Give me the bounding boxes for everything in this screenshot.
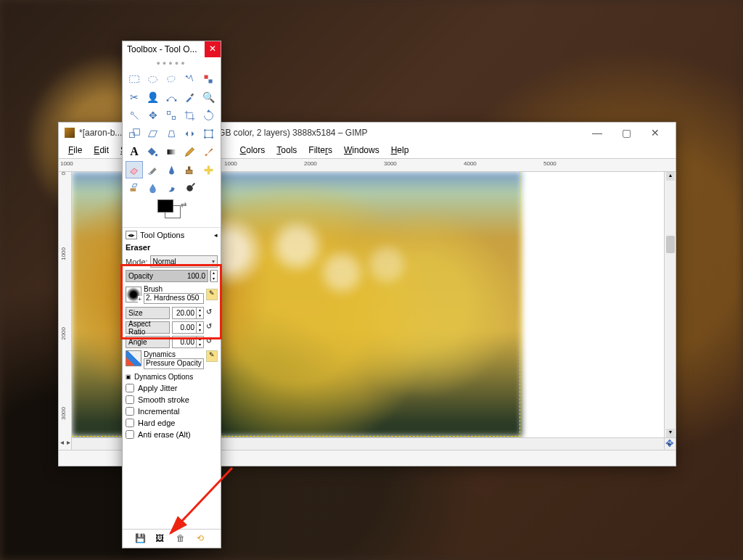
tool-zoom[interactable]: 🔍 — [200, 88, 217, 106]
tool-dodge[interactable] — [181, 179, 199, 197]
maximize-button[interactable]: ▢ — [612, 123, 641, 142]
tool-heal[interactable] — [200, 161, 217, 178]
tool-rotate[interactable] — [200, 107, 217, 124]
tool-perspective[interactable] — [163, 125, 180, 142]
menu-edit[interactable]: Edit — [89, 144, 114, 157]
menu-windows[interactable]: Windows — [339, 144, 385, 157]
tool-scale[interactable] — [126, 125, 143, 142]
delete-preset-icon[interactable]: 🗑 — [176, 533, 188, 545]
incremental-checkbox[interactable]: Incremental — [126, 405, 218, 417]
menu-help[interactable]: Help — [386, 144, 414, 157]
tool-blur[interactable] — [144, 179, 162, 197]
tool-paintbrush[interactable] — [200, 143, 217, 160]
dynamics-thumbnail[interactable] — [126, 350, 141, 366]
brush-thumbnail[interactable]: + — [126, 287, 141, 302]
reset-aspect-icon[interactable]: ↺ — [206, 322, 218, 334]
tool-cage[interactable] — [200, 125, 217, 142]
ruler-vertical: 0 1000 2000 3000 — [59, 172, 72, 437]
svg-rect-25 — [208, 165, 210, 174]
toolbox-titlebar[interactable]: Toolbox - Tool O... ✕ — [123, 41, 221, 57]
svg-rect-19 — [167, 149, 176, 155]
dock-icon[interactable]: ◂▸ — [126, 231, 137, 239]
tool-perspective-clone[interactable] — [126, 179, 143, 197]
svg-rect-6 — [174, 99, 176, 102]
svg-rect-3 — [204, 75, 208, 78]
brush-label: Brush — [144, 285, 204, 293]
reset-size-icon[interactable]: ↺ — [206, 308, 218, 319]
tool-smudge[interactable] — [163, 179, 180, 197]
angle-input[interactable]: 0.00▴▾ — [172, 336, 204, 348]
svg-rect-23 — [188, 166, 190, 170]
tool-color-select[interactable] — [200, 70, 217, 88]
save-preset-icon[interactable]: 💾 — [135, 533, 147, 545]
brush-name[interactable]: 2. Hardness 050 — [144, 293, 204, 304]
tool-text[interactable]: A — [126, 143, 143, 160]
menu-filters[interactable]: Filters — [303, 144, 337, 157]
svg-rect-26 — [130, 188, 136, 191]
svg-rect-4 — [208, 79, 212, 83]
mode-select[interactable]: Normal▾ — [150, 255, 218, 268]
minimize-button[interactable]: — — [583, 123, 612, 142]
edit-brush-icon[interactable]: ✎ — [206, 289, 218, 300]
smooth-stroke-checkbox[interactable]: Smooth stroke — [126, 394, 218, 405]
tool-eraser[interactable] — [126, 161, 143, 178]
menu-tools[interactable]: Tools — [271, 144, 302, 157]
foreground-color[interactable] — [157, 199, 173, 213]
apply-jitter-checkbox[interactable]: Apply Jitter — [126, 382, 218, 394]
hard-edge-checkbox[interactable]: Hard edge — [126, 417, 218, 429]
tool-airbrush[interactable] — [144, 161, 162, 178]
svg-line-28 — [192, 183, 194, 185]
tool-pencil[interactable] — [181, 143, 199, 160]
tool-options-label: Tool Options — [140, 231, 214, 239]
svg-rect-5 — [166, 99, 168, 102]
swap-colors-icon[interactable]: ⇄ — [181, 201, 186, 209]
tool-clone[interactable] — [181, 161, 199, 178]
tool-fuzzy-select[interactable] — [181, 70, 199, 88]
grip-icon[interactable]: ●●●●● — [123, 57, 221, 69]
size-slider[interactable]: Size — [126, 307, 170, 319]
configure-icon[interactable]: ◂ — [214, 231, 218, 239]
angle-slider[interactable]: Angle — [126, 336, 170, 348]
tool-shear[interactable] — [144, 125, 162, 142]
aspect-slider[interactable]: Aspect Ratio — [126, 321, 170, 334]
aspect-input[interactable]: 0.00▴▾ — [172, 321, 204, 334]
svg-point-16 — [204, 136, 206, 139]
navigate-icon[interactable]: ✥ — [664, 438, 676, 450]
toolbox-close-button[interactable]: ✕ — [205, 41, 221, 57]
reset-preset-icon[interactable]: ⟲ — [197, 533, 208, 545]
foreground-background-colors[interactable]: ⇄ — [123, 198, 221, 227]
tool-color-picker[interactable] — [181, 88, 199, 106]
opacity-slider[interactable]: Opacity100.0 — [126, 270, 208, 282]
tool-flip[interactable] — [181, 125, 199, 142]
tool-options-header: ◂▸ Tool Options ◂ — [123, 227, 221, 242]
size-input[interactable]: 20.00▴▾ — [172, 307, 204, 319]
menu-colors[interactable]: Colors — [235, 144, 271, 157]
reset-angle-icon[interactable]: ↺ — [206, 337, 218, 348]
tool-options-heading: Eraser — [126, 242, 218, 253]
tool-ellipse-select[interactable] — [144, 70, 162, 88]
tool-foreground-select[interactable]: 👤 — [144, 88, 162, 106]
tool-paths[interactable] — [163, 88, 180, 106]
vertical-scrollbar[interactable]: ▴ ▾ ✥ — [664, 172, 676, 437]
dynamics-options-expander[interactable]: ▣Dynamics Options — [126, 371, 218, 382]
tool-ink[interactable] — [163, 161, 180, 178]
tool-move[interactable]: ✥ — [144, 107, 162, 124]
svg-point-21 — [150, 173, 151, 174]
tool-rect-select[interactable] — [126, 70, 143, 88]
tool-scissors[interactable]: ✂ — [126, 88, 143, 106]
toolbox-title: Toolbox - Tool O... — [127, 44, 205, 54]
anti-erase-checkbox[interactable]: Anti erase (Alt) — [126, 429, 218, 440]
svg-rect-0 — [129, 75, 139, 82]
tool-blend[interactable] — [163, 143, 180, 160]
tool-align[interactable] — [163, 107, 180, 124]
tool-bucket-fill[interactable] — [144, 143, 162, 160]
tool-free-select[interactable] — [163, 70, 180, 88]
dynamics-name[interactable]: Pressure Opacity — [144, 358, 204, 369]
close-button[interactable]: ✕ — [641, 123, 670, 142]
restore-preset-icon[interactable]: 🖼 — [155, 533, 167, 545]
menu-file[interactable]: File — [63, 144, 87, 157]
edit-dynamics-icon[interactable]: ✎ — [206, 350, 218, 362]
tool-measure[interactable] — [126, 107, 143, 124]
quick-mask-toggle[interactable]: ◂▸ — [59, 437, 72, 450]
tool-crop[interactable] — [181, 107, 199, 124]
